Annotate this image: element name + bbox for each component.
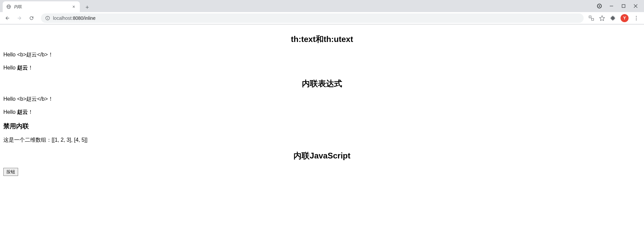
text-escaped-2: Hello <b>赵云</b>！: [3, 96, 641, 103]
browser-chrome: 内联 × + localhost:8080/inline: [0, 0, 644, 25]
heading-thtext: th:text和th:utext: [3, 34, 641, 45]
globe-icon: [6, 4, 11, 9]
svg-point-11: [636, 17, 637, 18]
url-text: localhost:8080/inline: [53, 15, 96, 21]
text-unescaped-2: Hello 赵云！: [3, 109, 641, 116]
text-array: 这是一个二维数组：[[1, 2, 3], [4, 5]]: [3, 137, 641, 144]
account-icon[interactable]: [597, 4, 602, 8]
button[interactable]: 按钮: [3, 168, 18, 176]
browser-tab[interactable]: 内联 ×: [3, 1, 80, 12]
browser-toolbar: localhost:8080/inline Y: [0, 12, 644, 24]
reload-button[interactable]: [27, 13, 36, 23]
url-path: 8080/inline: [73, 15, 96, 21]
heading-inline-expr: 内联表达式: [3, 78, 641, 89]
back-button[interactable]: [3, 13, 12, 23]
maximize-icon[interactable]: [621, 4, 626, 8]
star-icon[interactable]: [599, 15, 605, 21]
minimize-icon[interactable]: [609, 4, 614, 8]
heading-disable-inline: 禁用内联: [3, 122, 641, 131]
toolbar-right: Y: [588, 14, 641, 22]
profile-avatar[interactable]: Y: [621, 14, 629, 22]
window-close-icon[interactable]: [633, 4, 638, 8]
window-controls: [597, 0, 644, 12]
translate-icon[interactable]: [588, 15, 594, 21]
page-content: th:text和th:utext Hello <b>赵云</b>！ Hello …: [0, 25, 644, 179]
text-escaped-1: Hello <b>赵云</b>！: [3, 51, 641, 58]
svg-point-10: [636, 16, 637, 16]
url-host: localhost:: [53, 15, 73, 21]
extensions-icon[interactable]: [610, 15, 616, 21]
heading-inline-js: 内联JavaScript: [3, 150, 641, 161]
text-unescaped-1: Hello 赵云！: [3, 64, 641, 72]
tab-bar: 内联 × +: [0, 0, 644, 12]
tab-title: 内联: [14, 4, 68, 10]
forward-button[interactable]: [15, 13, 24, 23]
svg-point-9: [47, 17, 48, 17]
menu-icon[interactable]: [633, 15, 639, 21]
close-icon[interactable]: ×: [71, 4, 76, 9]
site-info-icon[interactable]: [45, 15, 50, 21]
svg-point-12: [636, 19, 637, 20]
address-bar[interactable]: localhost:8080/inline: [41, 13, 584, 23]
new-tab-button[interactable]: +: [83, 3, 92, 12]
svg-rect-4: [622, 5, 625, 8]
